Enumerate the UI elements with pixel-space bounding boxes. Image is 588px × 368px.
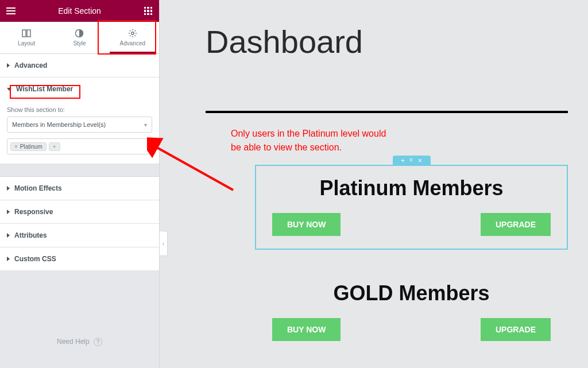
accordion-list: Advanced WishList Member Show this secti… <box>0 54 159 271</box>
need-help-label: Need Help <box>57 338 90 346</box>
accordion-responsive: Responsive <box>0 200 159 224</box>
caret-right-icon <box>7 210 10 214</box>
accordion-wishlist-member: WishList Member Show this section to: Me… <box>0 78 159 164</box>
annotation-line1: Only users in the Platinum level would <box>231 127 386 141</box>
hamburger-icon <box>6 7 16 14</box>
button-row: BUY NOW UPGRADE <box>270 318 553 341</box>
contrast-icon <box>75 29 84 38</box>
tab-advanced[interactable]: Advanced <box>106 22 159 53</box>
upgrade-button[interactable]: UPGRADE <box>481 213 551 236</box>
caret-right-icon <box>7 233 10 238</box>
menu-button[interactable] <box>0 0 22 22</box>
close-icon[interactable]: × <box>418 157 422 165</box>
field-label: Show this section to: <box>7 106 152 113</box>
panel-title: Edit Section <box>58 6 101 16</box>
page-title: Dashboard <box>206 23 363 60</box>
button-row: BUY NOW UPGRADE <box>270 213 553 236</box>
accordion-label: Responsive <box>14 208 53 216</box>
panel-tabs: Layout Style Advanced <box>0 22 159 54</box>
add-section-icon[interactable]: + <box>401 157 405 165</box>
accordion-custom-css: Custom CSS <box>0 247 159 271</box>
help-icon: ? <box>94 338 102 346</box>
level-tag-input[interactable]: × Platinum + <box>7 138 152 154</box>
caret-down-icon <box>7 88 11 91</box>
tag-label: Platinum <box>20 144 42 150</box>
tab-layout[interactable]: Layout <box>0 22 53 53</box>
section-platinum[interactable]: + ⠿ × Platinum Members BUY NOW UPGRADE <box>255 165 568 250</box>
tag-platinum[interactable]: × Platinum <box>10 142 47 151</box>
section-heading: GOLD Members <box>270 281 553 305</box>
show-to-dropdown[interactable]: Members in Membership Level(s) ▾ <box>7 117 152 133</box>
accordion-label: Advanced <box>14 61 47 69</box>
accordion-motion-effects: Motion Effects <box>0 177 159 200</box>
svg-rect-0 <box>22 30 26 37</box>
caret-right-icon <box>7 186 10 191</box>
columns-icon <box>22 29 31 38</box>
section-handle[interactable]: + ⠿ × <box>393 156 431 166</box>
remove-tag-icon[interactable]: × <box>14 144 18 150</box>
accordion-head-wishlist[interactable]: WishList Member <box>0 78 159 100</box>
dropdown-value: Members in Membership Level(s) <box>12 121 106 128</box>
buy-now-button[interactable]: BUY NOW <box>272 318 341 341</box>
need-help-link[interactable]: Need Help ? <box>0 320 159 362</box>
apps-button[interactable] <box>137 0 159 22</box>
tab-style[interactable]: Style <box>53 22 106 53</box>
section-heading: Platinum Members <box>270 176 553 200</box>
chevron-down-icon: ▾ <box>144 122 147 128</box>
accordion-head-advanced[interactable]: Advanced <box>0 54 159 77</box>
annotation-text: Only users in the Platinum level would b… <box>231 127 386 154</box>
caret-right-icon <box>7 257 10 261</box>
spacer <box>0 164 159 177</box>
title-rule <box>206 111 568 113</box>
editor-panel: Edit Section Layout Style Advanced Advan… <box>0 0 160 368</box>
gear-icon <box>128 29 137 38</box>
accordion-body-wishlist: Show this section to: Members in Members… <box>0 100 159 164</box>
accordion-head-motion[interactable]: Motion Effects <box>0 177 159 200</box>
panel-header: Edit Section <box>0 0 159 22</box>
section-gold[interactable]: GOLD Members BUY NOW UPGRADE <box>255 281 568 341</box>
tab-label: Layout <box>18 40 35 47</box>
accordion-head-responsive[interactable]: Responsive <box>0 200 159 223</box>
accordion-label: Attributes <box>14 231 47 239</box>
accordion-head-attributes[interactable]: Attributes <box>0 224 159 247</box>
accordion-head-customcss[interactable]: Custom CSS <box>0 247 159 270</box>
apps-icon <box>144 7 152 15</box>
accordion-advanced: Advanced <box>0 54 159 78</box>
accordion-label: WishList Member <box>16 85 73 93</box>
tab-label: Advanced <box>120 40 145 47</box>
annotation-line2: be able to view the section. <box>231 141 386 154</box>
upgrade-button[interactable]: UPGRADE <box>481 318 551 341</box>
accordion-label: Custom CSS <box>14 255 56 263</box>
tab-label: Style <box>73 40 86 47</box>
add-tag-button[interactable]: + <box>49 142 60 151</box>
accordion-label: Motion Effects <box>14 184 62 192</box>
drag-handle-icon[interactable]: ⠿ <box>409 158 413 163</box>
page-canvas[interactable]: Dashboard + ⠿ × Platinum Members BUY NOW… <box>160 0 588 368</box>
accordion-attributes: Attributes <box>0 224 159 247</box>
svg-point-3 <box>131 32 134 34</box>
caret-right-icon <box>7 63 10 68</box>
svg-rect-1 <box>27 30 30 37</box>
buy-now-button[interactable]: BUY NOW <box>272 213 341 236</box>
